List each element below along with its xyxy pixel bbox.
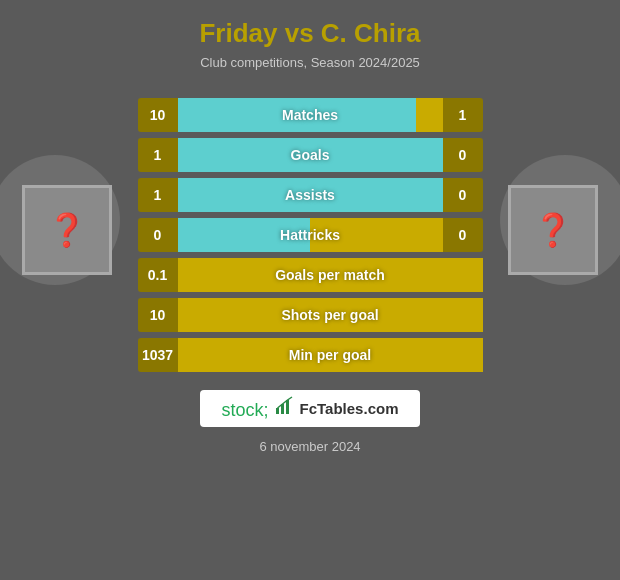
chart-icon: stock; (222, 396, 294, 421)
stat-row: 1Goals0 (138, 138, 483, 172)
page-title: Friday vs C. Chira (199, 18, 420, 49)
stat-label: Hattricks (280, 227, 340, 243)
logo-text: FcTables.com (300, 400, 399, 417)
stat-left-value: 0 (138, 218, 178, 252)
stat-row: 0Hattricks0 (138, 218, 483, 252)
card: ❓ ❓ Friday vs C. Chira Club competitions… (0, 0, 620, 580)
stat-left-value: 0.1 (138, 258, 178, 292)
stat-right-value: 0 (443, 218, 483, 252)
stat-row: 10Shots per goal (138, 298, 483, 332)
stat-row: 1037Min per goal (138, 338, 483, 372)
page-subtitle: Club competitions, Season 2024/2025 (200, 55, 420, 70)
stat-left-value: 1 (138, 178, 178, 212)
stat-right-value: 0 (443, 138, 483, 172)
stat-right-value: 0 (443, 178, 483, 212)
svg-rect-2 (286, 400, 289, 414)
stat-left-value: 1 (138, 138, 178, 172)
stat-bar-area: Goals per match (178, 258, 483, 292)
avatar-right: ❓ (508, 185, 598, 275)
stat-label: Assists (285, 187, 335, 203)
date-text: 6 november 2024 (259, 439, 360, 454)
stat-bar-area: Goals (178, 138, 443, 172)
stats-container: 10Matches11Goals01Assists00Hattricks00.1… (138, 98, 483, 372)
stat-right-value: 1 (443, 98, 483, 132)
stat-bar-area: Min per goal (178, 338, 483, 372)
avatar-left: ❓ (22, 185, 112, 275)
stat-left-value: 1037 (138, 338, 178, 372)
svg-rect-0 (276, 408, 279, 414)
stat-left-value: 10 (138, 98, 178, 132)
avatar-right-icon: ❓ (533, 211, 573, 249)
stat-bar-area: Assists (178, 178, 443, 212)
stat-bar-area: Matches (178, 98, 443, 132)
stat-label: Matches (282, 107, 338, 123)
stat-bar-area: Hattricks (178, 218, 443, 252)
stat-left-value: 10 (138, 298, 178, 332)
logo-area[interactable]: stock; FcTables.com (200, 390, 421, 427)
avatar-left-icon: ❓ (47, 211, 87, 249)
stat-label: Min per goal (289, 347, 371, 363)
stat-row: 1Assists0 (138, 178, 483, 212)
stat-row: 10Matches1 (138, 98, 483, 132)
stat-bar-area: Shots per goal (178, 298, 483, 332)
stat-label: Goals (291, 147, 330, 163)
stat-row: 0.1Goals per match (138, 258, 483, 292)
stat-label: Goals per match (275, 267, 385, 283)
stat-label: Shots per goal (281, 307, 378, 323)
